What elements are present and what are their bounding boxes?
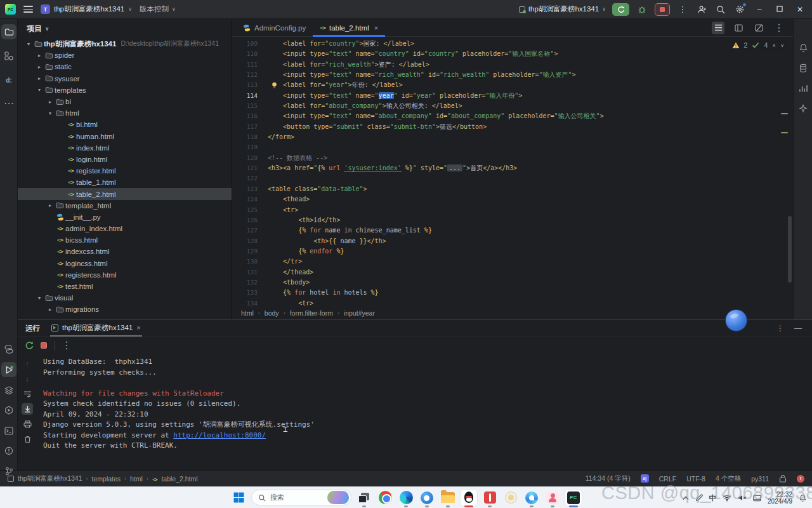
statusbar-breadcrumb-item[interactable]: html: [130, 475, 143, 483]
stop-button[interactable]: [655, 3, 670, 16]
taskbar-app-edge[interactable]: [398, 490, 414, 506]
run-panel-options-icon[interactable]: ⋮: [776, 324, 784, 333]
editor-scrollbar[interactable]: [788, 216, 792, 283]
close-run-tab-icon[interactable]: ×: [136, 324, 140, 331]
debug-button[interactable]: [636, 3, 648, 16]
start-button[interactable]: [230, 490, 247, 506]
tree-item[interactable]: <>admin_index.html: [18, 223, 232, 234]
inspections-widget[interactable]: 2 4 ∧ ∨: [730, 40, 787, 50]
django-icon[interactable]: dj: [641, 474, 649, 483]
rerun-button[interactable]: [612, 3, 629, 16]
charts-tool-button[interactable]: [797, 83, 809, 94]
chevron-right-icon[interactable]: ▸: [35, 64, 44, 70]
tree-item[interactable]: ▾html: [18, 107, 232, 119]
taskbar-app-red[interactable]: [481, 490, 498, 506]
tree-item[interactable]: ▸static: [18, 61, 232, 72]
database-tool-button[interactable]: [797, 62, 809, 74]
tree-item[interactable]: <>human.html: [18, 131, 232, 142]
taskbar-app-chrome[interactable]: [377, 490, 393, 506]
pen-icon[interactable]: [695, 494, 703, 502]
tree-item[interactable]: <>registercss.html: [18, 269, 232, 281]
run-console[interactable]: Using DataBase: thphx1341Performing syst…: [37, 353, 812, 470]
chevron-right-icon[interactable]: ▸: [46, 307, 55, 312]
run-tool-button[interactable]: [1, 362, 16, 377]
search-highlight-image[interactable]: [327, 491, 349, 504]
editor-more-button[interactable]: ⋮: [773, 22, 785, 34]
statusbar-breadcrumb-item[interactable]: templates: [92, 475, 121, 483]
taskbar-app-blue[interactable]: [419, 490, 435, 506]
taskbar-app-light[interactable]: [502, 490, 519, 506]
close-window-button[interactable]: ✕: [793, 5, 807, 14]
django-structure-tool-button[interactable]: d:: [1, 72, 16, 88]
breadcrumb-item[interactable]: input#year: [344, 309, 375, 317]
vcs-widget[interactable]: 版本控制 ∨: [140, 4, 176, 14]
chevron-right-icon[interactable]: ▸: [46, 203, 55, 208]
unlock-icon[interactable]: [779, 474, 787, 483]
breadcrumb-item[interactable]: form.filter-form: [290, 309, 333, 317]
encoding-widget[interactable]: UTF-8: [686, 475, 705, 483]
more-tool-windows-button[interactable]: ⋯: [1, 95, 16, 110]
notification-center-icon[interactable]: [799, 494, 807, 502]
terminal-tool-button[interactable]: [1, 423, 16, 438]
floating-avatar-button[interactable]: [725, 309, 747, 331]
touchpad-icon[interactable]: [753, 495, 761, 502]
breadcrumb-item[interactable]: html: [241, 309, 254, 317]
tree-item[interactable]: <>logincss.html: [18, 258, 232, 269]
maximize-button[interactable]: [773, 5, 787, 14]
tree-item[interactable]: <>test.html: [18, 281, 232, 292]
indent-widget[interactable]: 4 个空格: [716, 474, 741, 483]
tree-item[interactable]: ▸spider: [18, 50, 232, 61]
tree-item[interactable]: <>login.html: [18, 154, 232, 165]
tree-item[interactable]: <>register.html: [18, 165, 232, 177]
tree-item[interactable]: ▾visual: [18, 292, 232, 304]
hidden-icons-chevron[interactable]: [683, 496, 689, 500]
tab-adminconfig-py[interactable]: AdminConfig.py: [236, 19, 313, 36]
search-everywhere-button[interactable]: [714, 3, 727, 16]
preview-button[interactable]: [752, 22, 765, 34]
chevron-down-icon[interactable]: ▾: [46, 110, 55, 116]
taskbar-app-explorer[interactable]: [440, 490, 456, 506]
taskbar-app-task-view[interactable]: [356, 490, 372, 506]
minimize-button[interactable]: –: [752, 5, 766, 14]
tree-item[interactable]: <>table_1.html: [18, 177, 232, 188]
project-tool-button[interactable]: [1, 24, 16, 39]
project-panel-header[interactable]: 项目 ∨: [18, 19, 232, 38]
taskbar-app-person[interactable]: [544, 490, 561, 506]
tab-table-2-html[interactable]: <> table_2.html ×: [313, 19, 385, 36]
chevron-right-icon[interactable]: ▸: [35, 76, 44, 81]
hide-panel-icon[interactable]: —: [794, 324, 802, 333]
version-control-tool-button[interactable]: [1, 464, 16, 479]
tree-item[interactable]: <>bicss.html: [18, 234, 232, 246]
notifications-tool-button[interactable]: [797, 42, 809, 53]
chevron-down-icon[interactable]: ▾: [35, 87, 44, 93]
rerun-icon[interactable]: [25, 341, 34, 350]
tree-item[interactable]: ▸bi: [18, 96, 232, 107]
run-tab[interactable]: thp胡润富豪榜hx1341 ×: [50, 320, 142, 337]
chevron-down-icon[interactable]: ▾: [24, 41, 33, 47]
chevron-right-icon[interactable]: ▸: [35, 53, 44, 58]
ime-indicator[interactable]: 中: [709, 493, 717, 503]
taskbar-app-chat[interactable]: [523, 490, 540, 506]
statusbar-breadcrumb-item[interactable]: <> table_2.html: [152, 475, 198, 483]
stop-icon[interactable]: [41, 342, 47, 349]
caret-position-widget[interactable]: 114:34 (4 字符): [586, 474, 631, 483]
line-separator-widget[interactable]: CRLF: [659, 475, 676, 483]
run-panel-title[interactable]: 运行: [25, 324, 40, 333]
clock-widget[interactable]: 22:32 2024/4/9: [768, 491, 792, 505]
prev-issue-icon[interactable]: ∧: [772, 43, 776, 48]
tree-item[interactable]: ▸sysuser: [18, 73, 232, 84]
settings-button[interactable]: [733, 3, 746, 16]
tree-item[interactable]: ▾thp胡润富豪榜hx1341D:\desktop\thp胡润富豪榜hx1341: [18, 38, 232, 50]
scroll-down-icon[interactable]: ↓: [22, 373, 33, 384]
taskbar-search[interactable]: 搜索: [251, 490, 351, 505]
print-icon[interactable]: [22, 418, 33, 430]
tree-item[interactable]: <>index.html: [18, 142, 232, 154]
tree-item[interactable]: <>bi.html: [18, 119, 232, 130]
tree-item[interactable]: ▾templates: [18, 84, 232, 96]
taskbar-app-qq[interactable]: [461, 490, 477, 506]
more-run-actions-button[interactable]: ⋮: [676, 3, 689, 16]
tree-item[interactable]: __init__.py: [18, 211, 232, 223]
notification-badge[interactable]: !: [797, 475, 804, 483]
statusbar-breadcrumb-item[interactable]: thp胡润富豪榜hx1341: [18, 474, 82, 483]
code-editor[interactable]: 109 <label for="country">国家: </label>110…: [232, 37, 793, 307]
